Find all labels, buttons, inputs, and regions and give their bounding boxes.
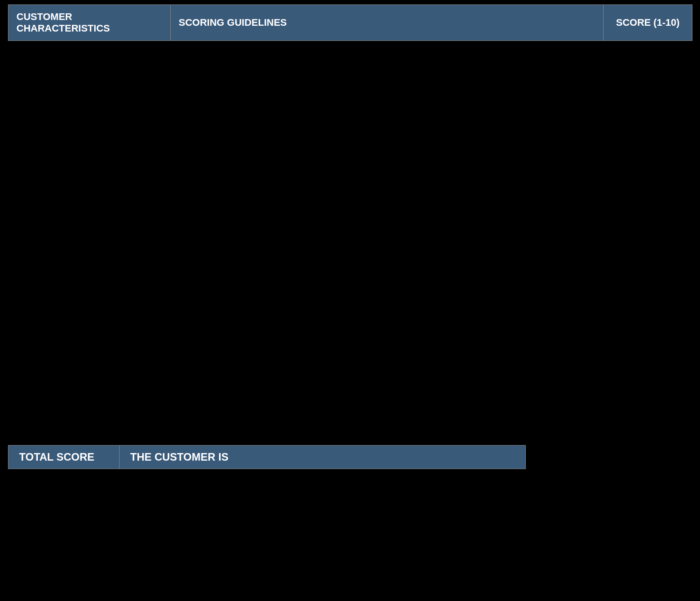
scoring-table-body-area <box>0 41 700 445</box>
header-total-score: TOTAL SCORE <box>8 446 120 469</box>
total-score-header-row: TOTAL SCORE THE CUSTOMER IS <box>8 446 526 469</box>
header-scoring-guidelines: SCORING GUIDELINES <box>171 5 604 41</box>
header-customer-characteristics: CUSTOMER CHARACTERISTICS <box>8 5 171 41</box>
scoring-table: CUSTOMER CHARACTERISTICS SCORING GUIDELI… <box>8 4 692 41</box>
scoring-table-header-row: CUSTOMER CHARACTERISTICS SCORING GUIDELI… <box>8 5 692 41</box>
header-customer-is: THE CUSTOMER IS <box>120 446 526 469</box>
total-score-table: TOTAL SCORE THE CUSTOMER IS <box>8 445 526 469</box>
header-score: SCORE (1-10) <box>604 5 692 41</box>
total-score-body-area <box>0 469 700 582</box>
